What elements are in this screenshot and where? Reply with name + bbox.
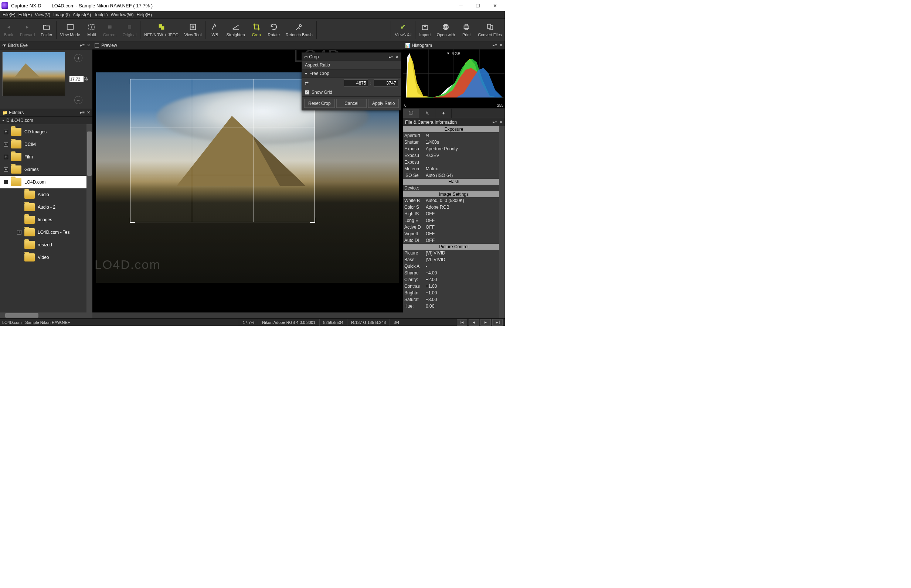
app-logo-icon bbox=[2, 2, 8, 9]
crop-rectangle[interactable] bbox=[130, 79, 315, 222]
folder-path[interactable]: D:\LO4D.com bbox=[0, 117, 92, 124]
birdseye-thumbnail[interactable] bbox=[2, 52, 65, 96]
panel-close-icon[interactable]: ✕ bbox=[499, 120, 503, 124]
expand-icon[interactable] bbox=[17, 255, 21, 260]
info-row: Sharpe+4.00 bbox=[403, 270, 505, 276]
zoom-value[interactable]: 17.72 bbox=[69, 76, 84, 82]
crop-height-input[interactable] bbox=[374, 79, 398, 87]
reset-crop-button[interactable]: Reset Crop bbox=[304, 99, 335, 108]
first-image-button[interactable]: |◄ bbox=[457, 319, 467, 326]
print-button[interactable]: Print bbox=[458, 18, 475, 41]
next-image-button[interactable]: ► bbox=[481, 319, 491, 326]
rotate-button[interactable]: Rotate bbox=[265, 18, 283, 41]
view-tool-button[interactable]: View Tool bbox=[181, 18, 205, 41]
last-image-button[interactable]: ►| bbox=[492, 319, 503, 326]
minimize-button[interactable]: ─ bbox=[452, 0, 469, 11]
menu-help[interactable]: Help(H) bbox=[136, 12, 153, 17]
folder-row[interactable]: resized bbox=[0, 239, 92, 251]
menu-file[interactable]: File(F) bbox=[2, 12, 17, 17]
zoom-out-button[interactable]: − bbox=[74, 96, 83, 104]
info-panel: ExposureAperturf/4Shutter1/400sExposuApe… bbox=[403, 126, 505, 318]
forward-button[interactable]: ►Forward bbox=[17, 18, 38, 41]
panel-menu-icon[interactable]: ▸≡ bbox=[493, 43, 497, 48]
status-dimensions: 8256x5504 bbox=[319, 319, 347, 326]
info-scrollbar[interactable] bbox=[499, 126, 505, 318]
expand-icon[interactable]: − bbox=[4, 180, 8, 184]
retouch-button[interactable]: Retouch Brush bbox=[283, 18, 316, 41]
statusbar: LO4D.com - Sample Nikon RAW.NEF 17.7% Ni… bbox=[0, 318, 505, 326]
prev-image-button[interactable]: ◄ bbox=[469, 319, 479, 326]
histogram-channel[interactable]: RGB bbox=[451, 51, 461, 56]
folder-row[interactable]: +CD Images bbox=[0, 126, 92, 138]
expand-icon[interactable]: + bbox=[4, 130, 8, 134]
convert-button[interactable]: Convert Files bbox=[475, 18, 505, 41]
cancel-crop-button[interactable]: Cancel bbox=[336, 99, 367, 108]
panel-close-icon[interactable]: ✕ bbox=[395, 55, 399, 60]
tree-scrollbar[interactable] bbox=[86, 124, 92, 312]
open-with-button[interactable]: APPOpen with bbox=[434, 18, 458, 41]
folder-row[interactable]: Audio bbox=[0, 188, 92, 201]
expand-icon[interactable]: + bbox=[17, 230, 21, 234]
folder-row[interactable]: Images bbox=[0, 213, 92, 226]
apply-ratio-button[interactable]: Apply Ratio bbox=[368, 99, 399, 108]
expand-icon[interactable]: + bbox=[4, 142, 8, 147]
menu-edit[interactable]: Edit(E) bbox=[17, 12, 33, 17]
menu-tool[interactable]: Tool(T) bbox=[93, 12, 108, 17]
back-button[interactable]: ◄Back bbox=[0, 18, 17, 41]
close-button[interactable]: ✕ bbox=[486, 0, 503, 11]
wb-button[interactable]: WB bbox=[206, 18, 223, 41]
expand-icon[interactable] bbox=[17, 205, 21, 209]
multi-button[interactable]: Multi bbox=[83, 18, 100, 41]
histogram-header: 📊 Histogram ▸≡✕ bbox=[403, 41, 505, 50]
expand-icon[interactable] bbox=[17, 243, 21, 247]
zoom-in-button[interactable]: + bbox=[74, 54, 83, 62]
histogram-chart bbox=[403, 50, 505, 97]
folder-button[interactable]: Folder bbox=[38, 18, 55, 41]
menu-window[interactable]: Window(W) bbox=[110, 12, 135, 17]
show-grid-checkbox[interactable]: ✓ bbox=[305, 90, 309, 95]
expand-icon[interactable]: + bbox=[4, 155, 8, 159]
titlebar: Capture NX-D LO4D.com - Sample Nikon RAW… bbox=[0, 0, 505, 11]
folder-tree[interactable]: +CD Images+DCIM+Film+Games−LO4D.comAudio… bbox=[0, 124, 92, 312]
preview-checkbox[interactable] bbox=[95, 43, 99, 48]
menu-adjust[interactable]: Adjust(A) bbox=[72, 12, 92, 17]
panel-close-icon[interactable]: ✕ bbox=[87, 43, 90, 48]
crop-mode-dropdown[interactable]: ▾Free Crop bbox=[302, 69, 401, 78]
tab-adjust[interactable]: ✦ bbox=[435, 108, 451, 118]
expand-icon[interactable] bbox=[17, 192, 21, 197]
panel-close-icon[interactable]: ✕ bbox=[87, 110, 90, 115]
tab-info[interactable]: ⓘ bbox=[403, 108, 419, 118]
folder-row[interactable]: +DCIM bbox=[0, 138, 92, 151]
image-viewport[interactable]: LO4D.com LO4D.com ✂ Crop ▸≡✕ Aspect Rati… bbox=[92, 50, 403, 312]
original-button[interactable]: ▥Original bbox=[120, 18, 139, 41]
straighten-button[interactable]: Straighten bbox=[223, 18, 248, 41]
viewnx-button[interactable]: ✔ViewNX-i bbox=[392, 18, 414, 41]
folder-row[interactable]: Audio - 2 bbox=[0, 201, 92, 213]
expand-icon[interactable]: + bbox=[4, 167, 8, 172]
panel-menu-icon[interactable]: ▸≡ bbox=[493, 120, 497, 124]
folder-row[interactable]: Video bbox=[0, 251, 92, 264]
tree-hscroll[interactable] bbox=[0, 312, 92, 318]
panel-menu-icon[interactable]: ▸≡ bbox=[80, 43, 85, 48]
current-button[interactable]: ▦Current bbox=[100, 18, 120, 41]
swap-dims-icon[interactable]: ⇄ bbox=[305, 81, 309, 86]
import-button[interactable]: Import bbox=[416, 18, 434, 41]
viewport-hscroll[interactable] bbox=[92, 312, 403, 318]
view-mode-button[interactable]: View Mode bbox=[57, 18, 83, 41]
expand-icon[interactable] bbox=[17, 218, 21, 222]
panel-menu-icon[interactable]: ▸≡ bbox=[389, 55, 393, 60]
folder-row[interactable]: +LO4D.com - Tes bbox=[0, 226, 92, 239]
folder-row[interactable]: +Games bbox=[0, 163, 92, 176]
folder-row[interactable]: +Film bbox=[0, 151, 92, 163]
panel-close-icon[interactable]: ✕ bbox=[499, 43, 503, 48]
folder-row[interactable]: −LO4D.com bbox=[0, 176, 92, 188]
crop-width-input[interactable] bbox=[344, 79, 368, 87]
info-tabs: ⓘ ✎ ✦ bbox=[403, 108, 505, 118]
menu-view[interactable]: View(V) bbox=[34, 12, 51, 17]
nef-jpeg-button[interactable]: NEF/NRW + JPEG bbox=[141, 18, 181, 41]
panel-menu-icon[interactable]: ▸≡ bbox=[80, 110, 85, 115]
tab-edit[interactable]: ✎ bbox=[419, 108, 435, 118]
menu-image[interactable]: Image(I) bbox=[52, 12, 71, 17]
maximize-button[interactable]: ☐ bbox=[469, 0, 486, 11]
crop-button[interactable]: Crop bbox=[248, 18, 265, 41]
